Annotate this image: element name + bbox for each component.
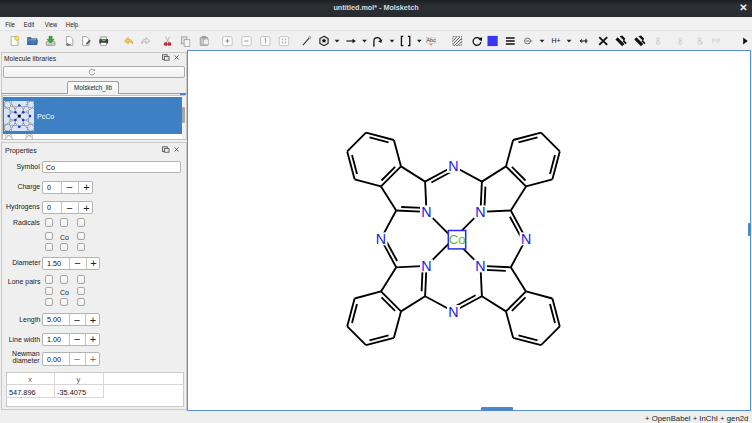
- svg-text:Abc: Abc: [426, 37, 436, 43]
- svg-text:N: N: [448, 304, 458, 320]
- svg-text:Co: Co: [449, 232, 466, 247]
- svg-text:N: N: [421, 258, 431, 274]
- svg-text:N: N: [475, 204, 485, 220]
- svg-text:N: N: [421, 204, 431, 220]
- svg-text:N: N: [521, 231, 531, 247]
- svg-text:N: N: [448, 158, 458, 174]
- svg-text:N: N: [376, 231, 386, 247]
- svg-text:N: N: [475, 258, 485, 274]
- svg-text:H+: H+: [551, 37, 560, 44]
